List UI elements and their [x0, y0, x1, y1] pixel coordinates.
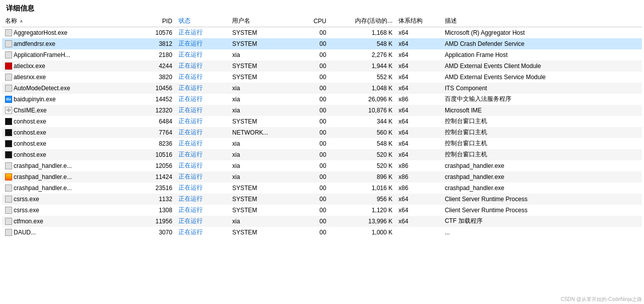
table-row[interactable]: AutoModeDetect.exe10456正在运行xia001,048 Kx…	[2, 83, 642, 94]
status-text: 正在运行	[179, 195, 203, 202]
cell-pid: 2180	[133, 49, 175, 60]
table-row[interactable]: conhost.exe6484正在运行SYSTEM00344 Kx64控制台窗口…	[2, 116, 642, 127]
cell-arch: x64	[395, 194, 442, 205]
cell-arch: x64	[395, 27, 442, 38]
process-name: conhost.exe	[14, 118, 46, 125]
cell-pid: 10456	[133, 83, 175, 94]
col-header-status[interactable]: 状态	[175, 15, 229, 27]
cell-desc: 控制台窗口主机	[442, 127, 642, 138]
cell-mem: 1,016 K	[329, 183, 395, 194]
table-row[interactable]: dubaidupinyin.exe14452正在运行xia0026,096 Kx…	[2, 94, 642, 105]
cell-cpu: 00	[299, 94, 329, 105]
cell-cpu: 00	[299, 205, 329, 216]
process-name: atieclxx.exe	[14, 63, 45, 70]
table-row[interactable]: AggregatorHost.exe10576正在运行SYSTEM001,168…	[2, 27, 642, 38]
table-row[interactable]: amdfendrsr.exe3812正在运行SYSTEM00548 Kx64AM…	[2, 38, 642, 49]
cell-user: SYSTEM	[229, 227, 298, 238]
cell-desc: Application Frame Host	[442, 49, 642, 60]
cell-status: 正在运行	[175, 205, 229, 216]
process-name: ChsIME.exe	[14, 107, 46, 114]
cell-user: SYSTEM	[229, 205, 298, 216]
table-row[interactable]: DAUD...3070正在运行SYSTEM001,000 K...	[2, 227, 642, 238]
process-name: csrss.exe	[14, 196, 39, 203]
process-name: crashpad_handler.e...	[14, 162, 72, 169]
table-row[interactable]: ApplicationFrameH...2180正在运行xia002,276 K…	[2, 49, 642, 60]
cell-arch: x64	[395, 116, 442, 127]
cell-cpu: 00	[299, 38, 329, 49]
process-name: crashpad_handler.e...	[14, 173, 72, 180]
cell-status: 正在运行	[175, 38, 229, 49]
cell-arch: x86	[395, 183, 442, 194]
cell-name: crashpad_handler.e...	[2, 183, 133, 194]
cell-mem: 344 K	[329, 116, 395, 127]
table-row[interactable]: conhost.exe8236正在运行xia00548 Kx64控制台窗口主机	[2, 138, 642, 149]
cell-status: 正在运行	[175, 72, 229, 83]
cell-arch: x64	[395, 83, 442, 94]
cell-arch: x86	[395, 160, 442, 171]
table-row[interactable]: 中ChsIME.exe12320正在运行xia0010,876 Kx64Micr…	[2, 105, 642, 116]
col-header-user[interactable]: 用户名	[229, 15, 298, 27]
status-text: 正在运行	[179, 106, 203, 113]
process-name: csrss.exe	[14, 207, 39, 214]
cell-pid: 6484	[133, 116, 175, 127]
cell-status: 正在运行	[175, 160, 229, 171]
cell-desc: ...	[442, 227, 642, 238]
cell-cpu: 00	[299, 160, 329, 171]
cell-desc: ITS Component	[442, 83, 642, 94]
process-name: baidupinyin.exe	[14, 96, 55, 103]
table-row[interactable]: crashpad_handler.e...23516正在运行SYSTEM001,…	[2, 183, 642, 194]
table-row[interactable]: crashpad_handler.e...11424正在运行xia00896 K…	[2, 171, 642, 183]
cell-mem: 548 K	[329, 38, 395, 49]
process-name: AggregatorHost.exe	[14, 29, 68, 36]
col-header-desc[interactable]: 描述	[442, 15, 642, 27]
cell-arch: x64	[395, 205, 442, 216]
status-text: 正在运行	[179, 40, 203, 47]
cell-status: 正在运行	[175, 27, 229, 38]
cell-mem: 548 K	[329, 138, 395, 149]
cell-name: conhost.exe	[2, 127, 133, 138]
table-row[interactable]: crashpad_handler.e...12056正在运行xia00520 K…	[2, 160, 642, 171]
cell-user: xia	[229, 94, 298, 105]
cell-desc: Microsoft (R) Aggregator Host	[442, 27, 642, 38]
cell-cpu: 00	[299, 171, 329, 183]
cell-cpu: 00	[299, 194, 329, 205]
process-table: 名称 ∧ PID 状态 用户名 CPU 内存(活动的... 体系结构 描述 Ag…	[2, 15, 642, 238]
cell-arch: x64	[395, 216, 442, 227]
cell-cpu: 00	[299, 149, 329, 160]
cell-user: xia	[229, 160, 298, 171]
col-header-cpu[interactable]: CPU	[299, 15, 329, 27]
status-text: 正在运行	[179, 217, 203, 224]
cell-desc: Client Server Runtime Process	[442, 205, 642, 216]
cell-name: csrss.exe	[2, 205, 133, 216]
cell-arch	[395, 227, 442, 238]
cell-mem: 520 K	[329, 160, 395, 171]
table-row[interactable]: atieclxx.exe4244正在运行SYSTEM001,944 Kx64AM…	[2, 60, 642, 72]
cell-desc: Microsoft IME	[442, 105, 642, 116]
table-header-row: 名称 ∧ PID 状态 用户名 CPU 内存(活动的... 体系结构 描述	[2, 15, 642, 27]
col-header-pid[interactable]: PID	[133, 15, 175, 27]
cell-pid: 10576	[133, 27, 175, 38]
table-row[interactable]: ctfmon.exe11956正在运行xia0013,996 Kx64CTF 加…	[2, 216, 642, 227]
cell-name: DAUD...	[2, 227, 133, 238]
process-name: conhost.exe	[14, 129, 46, 136]
col-header-name[interactable]: 名称 ∧	[2, 15, 133, 27]
table-row[interactable]: csrss.exe1308正在运行SYSTEM001,120 Kx64Clien…	[2, 205, 642, 216]
table-row[interactable]: conhost.exe10516正在运行xia00520 Kx64控制台窗口主机	[2, 149, 642, 160]
table-row[interactable]: conhost.exe7764正在运行NETWORK...00560 Kx64控…	[2, 127, 642, 138]
cell-desc: AMD External Events Service Module	[442, 72, 642, 83]
col-header-mem[interactable]: 内存(活动的...	[329, 15, 395, 27]
cell-pid: 3070	[133, 227, 175, 238]
cell-name: AggregatorHost.exe	[2, 27, 133, 38]
table-row[interactable]: csrss.exe1132正在运行SYSTEM00956 Kx64Client …	[2, 194, 642, 205]
cell-mem: 896 K	[329, 171, 395, 183]
status-text: 正在运行	[179, 173, 203, 180]
cell-mem: 520 K	[329, 149, 395, 160]
cell-cpu: 00	[299, 116, 329, 127]
cell-cpu: 00	[299, 105, 329, 116]
table-row[interactable]: atiesrxx.exe3820正在运行SYSTEM00552 Kx64AMD …	[2, 72, 642, 83]
cell-cpu: 00	[299, 216, 329, 227]
process-name: crashpad_handler.e...	[14, 185, 72, 192]
col-header-arch[interactable]: 体系结构	[395, 15, 442, 27]
cell-pid: 12320	[133, 105, 175, 116]
process-table-container: 名称 ∧ PID 状态 用户名 CPU 内存(活动的... 体系结构 描述 Ag…	[0, 15, 644, 238]
